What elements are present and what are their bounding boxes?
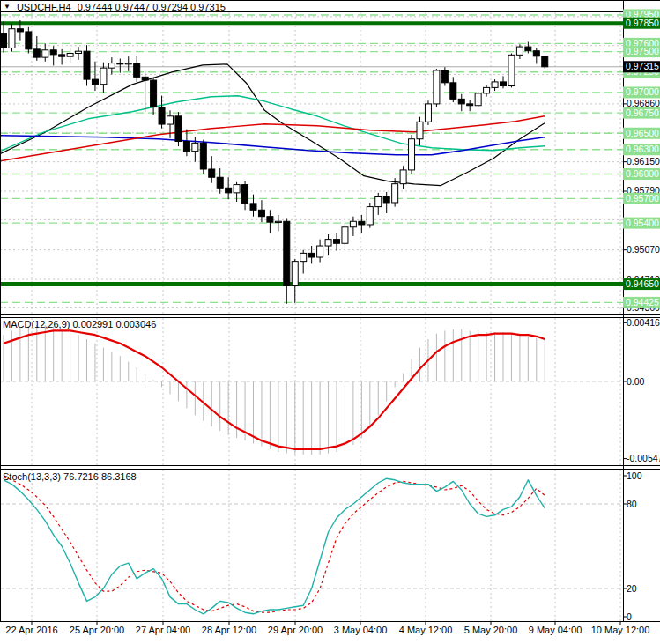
time-axis[interactable]: 22 Apr 201625 Apr 20:0027 Apr 04:0028 Ap… (0, 625, 660, 644)
stoch-indicator-label: Stoch(13,3,3) 76.7216 86.3168 (3, 471, 137, 482)
candle-body (501, 82, 507, 86)
candle-body (375, 196, 382, 206)
candle-body (67, 53, 73, 56)
candle-body (9, 29, 15, 48)
candle-body (226, 188, 232, 193)
ma-blue (0, 136, 545, 155)
candle-body (533, 51, 539, 56)
chevron-down-icon[interactable]: ▼ (4, 2, 11, 12)
date-label: 10 May 12:00 (591, 625, 650, 635)
candle-body (434, 70, 440, 104)
date-label: 25 Apr 20:00 (70, 625, 124, 635)
date-label: 28 Apr 12:00 (202, 625, 256, 635)
stoch-scale-label: 100 (627, 470, 642, 481)
candle-body (33, 49, 40, 57)
candle-body (192, 143, 198, 151)
price-level-badge: 0.97000 (626, 86, 659, 97)
candle-body (200, 143, 206, 169)
candle-body (92, 79, 98, 85)
stoch-signal-line (4, 477, 545, 613)
candle-body (542, 56, 548, 67)
candle-body (417, 122, 423, 138)
candle-body (76, 51, 82, 53)
price-level-badge: 0.95700 (626, 193, 659, 204)
date-label: 29 Apr 20:00 (268, 625, 323, 635)
candle-body (284, 221, 290, 285)
candle-body (234, 185, 240, 193)
candle-body (100, 68, 107, 85)
date-label: 27 Apr 04:00 (136, 625, 190, 635)
candle-body (108, 63, 115, 69)
candle-body (1, 33, 7, 48)
candle-body (475, 93, 481, 106)
candle-body (367, 207, 373, 225)
candle-body (450, 83, 456, 100)
ma-red (0, 116, 545, 161)
price-level-badge: 0.96750 (626, 107, 659, 118)
candle-body (50, 50, 56, 55)
candle-body (175, 116, 182, 142)
candle-body (441, 70, 448, 83)
candle-body (317, 246, 323, 257)
macd-scale-label: 0.004167 (627, 317, 660, 328)
candle-body (17, 29, 23, 32)
price-level-badge: 0.96000 (626, 168, 659, 179)
stoch-scale-label: 0 (627, 611, 632, 622)
candle-body (409, 139, 415, 170)
candle-body (167, 116, 174, 124)
candle-body (325, 240, 331, 246)
candle-body (458, 99, 464, 104)
macd-scale-label: -0.005476 (627, 453, 660, 463)
price-level-badge: 0.96500 (626, 128, 659, 138)
symbol-period-label: USDCHF,H4 (17, 2, 71, 12)
candle-body (467, 104, 473, 106)
candle-body (492, 82, 498, 87)
price-level-badge-strong: 0.94650 (626, 278, 659, 289)
candle-body (183, 142, 189, 152)
candle-body (159, 107, 165, 124)
candle-body (258, 210, 264, 216)
candle-body (342, 227, 348, 244)
ma-black (0, 64, 545, 186)
price-level-badge: 0.96300 (626, 144, 659, 154)
price-level-badge: 0.97500 (626, 46, 659, 56)
date-label: 5 May 20:00 (464, 625, 518, 635)
candle-body (134, 63, 140, 78)
chart-header: ▼ USDCHF,H4 0.97444 0.97447 0.97294 0.97… (4, 2, 226, 12)
date-label: 3 May 04:00 (334, 625, 388, 635)
macd-signal-line (4, 330, 545, 448)
candle-body (300, 253, 307, 261)
macd-scale-label: 0.00 (627, 376, 645, 387)
date-label: 9 May 04:00 (529, 625, 582, 635)
macd-indicator-label: MACD(12,26,9) 0.002991 0.003046 (3, 319, 156, 329)
candle-body (484, 87, 490, 93)
candle-body (350, 221, 356, 226)
candle-body (400, 170, 406, 184)
candle-body (516, 47, 523, 55)
date-label: 4 May 12:00 (399, 625, 453, 635)
candle-body (26, 32, 32, 49)
price-tick-label: 0.96150 (627, 156, 660, 167)
candle-body (308, 253, 315, 257)
candle-body (84, 51, 90, 79)
candle-body (59, 55, 65, 56)
candle-body (42, 50, 48, 57)
price-level-badge: 0.95400 (626, 218, 659, 228)
price-level-badge-strong: 0.97850 (626, 18, 659, 28)
stoch-main-line (4, 478, 545, 614)
candle-body (125, 63, 131, 64)
candle-body (275, 221, 281, 222)
price-level-badge: 0.94425 (626, 297, 659, 307)
candle-body (392, 184, 398, 203)
stoch-scale-label: 80 (627, 499, 637, 509)
candle-body (209, 169, 215, 177)
date-label: 22 Apr 2016 (5, 625, 57, 635)
candle-body (425, 104, 431, 122)
mt4-chart-window: 0.972200.968600.961500.957900.950700.947… (0, 0, 660, 644)
candle-body (383, 196, 389, 202)
current-price-badge: 0.97315 (626, 61, 659, 71)
candle-body (508, 55, 515, 85)
candle-body (250, 204, 256, 210)
candle-body (242, 185, 248, 204)
candle-body (142, 77, 148, 80)
